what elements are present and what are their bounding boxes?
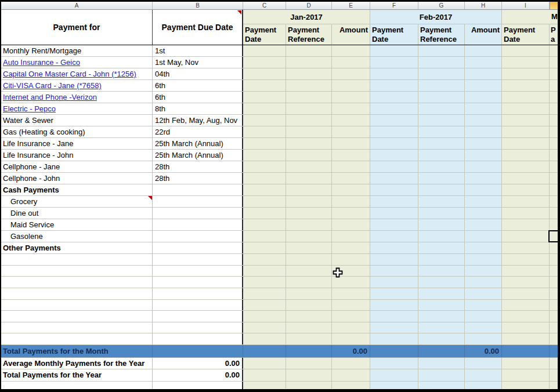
cell-j[interactable]	[550, 126, 558, 137]
cell-h[interactable]	[465, 219, 502, 230]
cell-d[interactable]	[286, 311, 332, 322]
cell-g[interactable]	[418, 92, 465, 103]
cell-j[interactable]	[550, 208, 558, 219]
cell-d[interactable]	[286, 219, 332, 230]
cell-payment-for[interactable]: Water & Sewer	[1, 115, 153, 126]
cell-i[interactable]	[502, 288, 550, 299]
payment-link[interactable]: Capital One Master Card - John (*1256)	[3, 70, 136, 78]
cell-g[interactable]	[418, 208, 465, 219]
cell-due-date[interactable]	[153, 277, 243, 288]
cell-due-date[interactable]	[153, 184, 243, 195]
cell-g[interactable]	[418, 126, 465, 137]
cell-h[interactable]	[465, 138, 502, 149]
cell-g[interactable]	[418, 266, 465, 277]
cell-d[interactable]	[286, 322, 332, 333]
cell-f[interactable]	[370, 57, 418, 68]
cell[interactable]	[286, 345, 332, 357]
cell-h[interactable]	[465, 231, 502, 242]
cell-e[interactable]	[332, 242, 370, 253]
cell-due-date[interactable]: 25th March (Annual)	[153, 150, 243, 161]
cell[interactable]	[550, 345, 558, 357]
column-header-i[interactable]: I	[502, 2, 550, 9]
cell-i[interactable]	[502, 184, 550, 195]
cell-f[interactable]	[370, 173, 418, 184]
cell-d[interactable]	[286, 242, 332, 253]
cell-e[interactable]	[332, 161, 370, 172]
cell-c[interactable]	[243, 115, 286, 126]
cell-due-date[interactable]: 1st	[153, 45, 243, 56]
total-year-label[interactable]: Total Payments for the Year	[1, 369, 153, 381]
cell[interactable]	[502, 345, 550, 357]
cell-h[interactable]	[465, 358, 502, 369]
cell-i[interactable]	[502, 57, 550, 68]
cell-payment-for[interactable]	[1, 382, 153, 389]
cell-i[interactable]	[502, 115, 550, 126]
cell-h[interactable]	[465, 45, 502, 56]
subheader-jan-payment-reference[interactable]: Payment Reference	[286, 24, 332, 45]
total-year-value[interactable]: 0.00	[153, 369, 243, 381]
cell-c[interactable]	[243, 382, 286, 389]
cell-f[interactable]	[370, 161, 418, 172]
cell-c[interactable]	[243, 208, 286, 219]
cell-d[interactable]	[286, 45, 332, 56]
cell-f[interactable]	[370, 358, 418, 369]
cell-payment-for[interactable]: Maid Service	[1, 219, 153, 230]
cell-due-date[interactable]	[153, 242, 243, 253]
cell-g[interactable]	[418, 242, 465, 253]
cell-e[interactable]	[332, 219, 370, 230]
cell-g[interactable]	[418, 173, 465, 184]
cell-c[interactable]	[243, 242, 286, 253]
cell-h[interactable]	[465, 254, 502, 265]
cell-payment-for[interactable]: Monthly Rent/Mortgage	[1, 45, 153, 56]
cell[interactable]	[243, 345, 286, 357]
cell-d[interactable]	[286, 173, 332, 184]
cell-c[interactable]	[243, 322, 286, 333]
cell-i[interactable]	[502, 242, 550, 253]
month-jan-2017[interactable]: Jan-2017	[243, 10, 370, 24]
cell-due-date[interactable]: 28th	[153, 173, 243, 184]
column-header-f[interactable]: F	[370, 2, 418, 9]
cell-c[interactable]	[243, 266, 286, 277]
cell-c[interactable]	[243, 126, 286, 137]
cell-i[interactable]	[502, 45, 550, 56]
cell-e[interactable]	[332, 300, 370, 311]
cell-e[interactable]	[332, 138, 370, 149]
cell-e[interactable]	[332, 150, 370, 161]
subheader-feb-amount[interactable]: Amount	[465, 24, 502, 45]
cell-g[interactable]	[418, 333, 465, 344]
cell-h[interactable]	[465, 150, 502, 161]
cell-f[interactable]	[370, 150, 418, 161]
cell-due-date[interactable]	[153, 311, 243, 322]
cell-payment-for[interactable]: Life Insurance - Jane	[1, 138, 153, 149]
cell-g[interactable]	[418, 277, 465, 288]
cell-c[interactable]	[243, 219, 286, 230]
cell-i[interactable]	[502, 277, 550, 288]
subheader-jan-payment-date[interactable]: Payment Date	[243, 24, 286, 45]
cell-due-date[interactable]: 6th	[153, 80, 243, 91]
cell-h[interactable]	[465, 126, 502, 137]
cell-i[interactable]	[502, 92, 550, 103]
cell-g[interactable]	[418, 45, 465, 56]
cell-d[interactable]	[286, 266, 332, 277]
cell-g[interactable]	[418, 322, 465, 333]
cell-h[interactable]	[465, 196, 502, 207]
active-cell-border[interactable]	[548, 230, 560, 242]
cell-c[interactable]	[243, 173, 286, 184]
cell-g[interactable]	[418, 254, 465, 265]
cell-e[interactable]	[332, 196, 370, 207]
cell-payment-for[interactable]	[1, 254, 153, 265]
cell-h[interactable]	[465, 288, 502, 299]
cell-i[interactable]	[502, 68, 550, 79]
cell-c[interactable]	[243, 254, 286, 265]
average-year-label[interactable]: Average Monthly Payments for the Year	[1, 358, 153, 369]
cell-d[interactable]	[286, 126, 332, 137]
cell-g[interactable]	[418, 68, 465, 79]
cell-j[interactable]	[550, 57, 558, 68]
cell-d[interactable]	[286, 254, 332, 265]
cell-payment-for[interactable]	[1, 322, 153, 333]
cell-payment-for[interactable]	[1, 266, 153, 277]
cell-f[interactable]	[370, 208, 418, 219]
cell-f[interactable]	[370, 300, 418, 311]
cell-h[interactable]	[465, 322, 502, 333]
cell-j[interactable]	[550, 254, 558, 265]
